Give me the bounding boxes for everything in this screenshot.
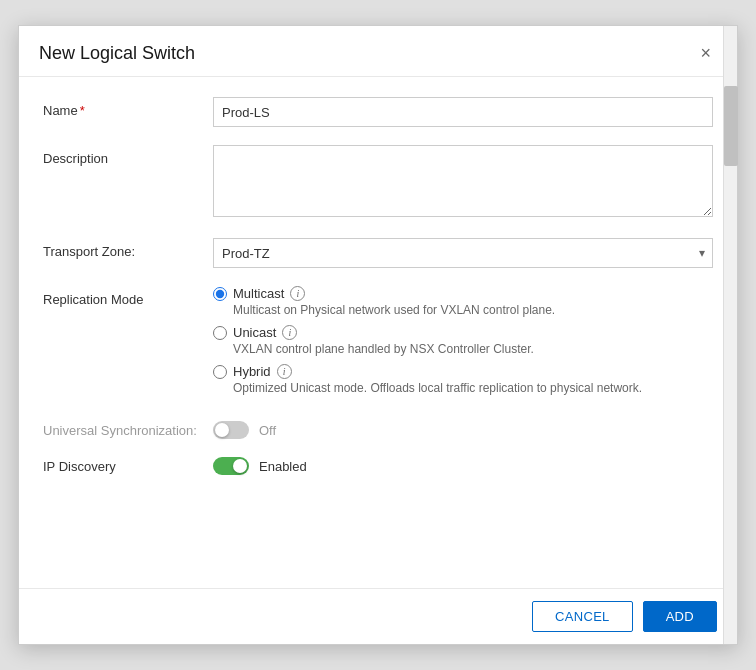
name-row: Name* (43, 97, 713, 127)
name-input[interactable] (213, 97, 713, 127)
ip-discovery-thumb (233, 459, 247, 473)
multicast-row: Multicast i (213, 286, 713, 301)
replication-mode-row: Replication Mode Multicast i Multicast o… (43, 286, 713, 403)
ip-discovery-row: IP Discovery Enabled (43, 457, 713, 475)
universal-sync-toggle[interactable] (213, 421, 249, 439)
unicast-radio[interactable] (213, 326, 227, 340)
description-control (213, 145, 713, 220)
transport-zone-select-wrapper: Prod-TZ ▾ (213, 238, 713, 268)
new-logical-switch-dialog: New Logical Switch × Name* Description T… (18, 25, 738, 645)
hybrid-desc: Optimized Unicast mode. Offloads local t… (233, 381, 713, 395)
hybrid-info-icon[interactable]: i (277, 364, 292, 379)
universal-sync-label: Universal Synchronization: (43, 423, 213, 438)
dialog-header: New Logical Switch × (19, 26, 737, 77)
close-button[interactable]: × (694, 42, 717, 64)
name-label: Name* (43, 97, 213, 118)
cancel-button[interactable]: CANCEL (532, 601, 633, 632)
name-control (213, 97, 713, 127)
ip-discovery-state: Enabled (259, 459, 307, 474)
add-button[interactable]: ADD (643, 601, 717, 632)
description-input[interactable] (213, 145, 713, 217)
transport-zone-label: Transport Zone: (43, 238, 213, 259)
universal-sync-control: Off (213, 421, 276, 439)
ip-discovery-toggle[interactable] (213, 457, 249, 475)
universal-sync-thumb (215, 423, 229, 437)
transport-zone-row: Transport Zone: Prod-TZ ▾ (43, 238, 713, 268)
transport-zone-select[interactable]: Prod-TZ (213, 238, 713, 268)
hybrid-row: Hybrid i (213, 364, 713, 379)
unicast-desc: VXLAN control plane handled by NSX Contr… (233, 342, 713, 356)
dialog-footer: CANCEL ADD (19, 588, 737, 644)
unicast-row: Unicast i (213, 325, 713, 340)
multicast-option: Multicast i Multicast on Physical networ… (213, 286, 713, 317)
hybrid-option: Hybrid i Optimized Unicast mode. Offload… (213, 364, 713, 395)
multicast-info-icon[interactable]: i (290, 286, 305, 301)
replication-mode-label: Replication Mode (43, 286, 213, 307)
description-row: Description (43, 145, 713, 220)
universal-sync-state: Off (259, 423, 276, 438)
multicast-label[interactable]: Multicast (233, 286, 284, 301)
transport-zone-control: Prod-TZ ▾ (213, 238, 713, 268)
hybrid-radio[interactable] (213, 365, 227, 379)
scrollbar-track[interactable] (723, 26, 737, 644)
replication-options: Multicast i Multicast on Physical networ… (213, 286, 713, 403)
dialog-body: Name* Description Transport Zone: Prod-T… (19, 77, 737, 588)
description-label: Description (43, 145, 213, 166)
ip-discovery-control: Enabled (213, 457, 307, 475)
multicast-desc: Multicast on Physical network used for V… (233, 303, 713, 317)
ip-discovery-label: IP Discovery (43, 459, 213, 474)
unicast-info-icon[interactable]: i (282, 325, 297, 340)
unicast-label[interactable]: Unicast (233, 325, 276, 340)
dialog-title: New Logical Switch (39, 43, 195, 64)
universal-sync-row: Universal Synchronization: Off (43, 421, 713, 439)
scrollbar-thumb[interactable] (724, 86, 738, 166)
hybrid-label[interactable]: Hybrid (233, 364, 271, 379)
unicast-option: Unicast i VXLAN control plane handled by… (213, 325, 713, 356)
multicast-radio[interactable] (213, 287, 227, 301)
